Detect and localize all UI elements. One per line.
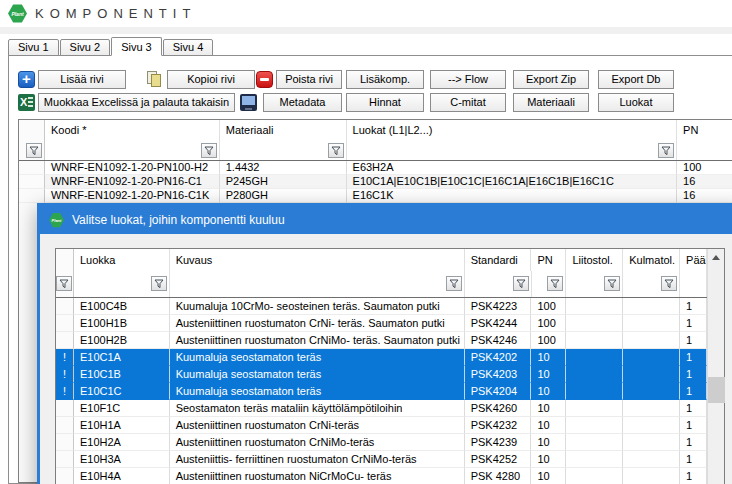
selected-row-marker: ! [56, 383, 74, 400]
tab-sivu-2[interactable]: Sivu 2 [60, 39, 111, 56]
tab-sivu-1[interactable]: Sivu 1 [8, 39, 59, 56]
copy-row-icon[interactable] [146, 71, 163, 88]
list-item-selected[interactable]: ! E10C1B Kuumaluja seostamaton teräs PSK… [56, 366, 707, 383]
cell-luokat: E63H2A [347, 161, 678, 175]
cell-standardi: PSK4244 [465, 315, 532, 332]
material-button[interactable]: Materiaali [513, 93, 589, 112]
cell-paa: 1 [680, 332, 707, 349]
metadata-monitor-icon[interactable] [240, 94, 257, 111]
header-koodi[interactable]: Koodi * [45, 120, 220, 141]
filter-pn[interactable] [532, 271, 567, 297]
copy-sheet-front [151, 74, 161, 87]
tab-sivu-3[interactable]: Sivu 3 [111, 37, 162, 56]
cell-materiaali: P280GH [220, 189, 347, 203]
cell-paa: 1 [680, 451, 707, 468]
filter-kulmatol[interactable] [623, 271, 680, 297]
list-item[interactable]: E100H2B Austeniittinen ruostumaton CrNiM… [56, 332, 707, 349]
cell-pn: 10 [531, 383, 566, 400]
list-item[interactable]: E100H1B Austeniittinen ruostumaton CrNi-… [56, 315, 707, 332]
categories-button[interactable]: Luokat [598, 93, 674, 112]
cell-luokka: E100C4B [74, 298, 170, 315]
filter-icon[interactable] [151, 276, 167, 291]
header-kulmatol[interactable]: Kulmatol. [623, 249, 680, 271]
header-pn[interactable]: PN [677, 120, 732, 141]
cell-kuvaus: Austeniittinen ruostumaton CrNiMo-teräs [170, 434, 465, 451]
filter-luokat[interactable] [347, 141, 678, 160]
scroll-up-icon[interactable] [708, 249, 724, 266]
table-row[interactable]: WNRF-EN1092-1-20-PN16-C1 P245GH E10C1A|E… [19, 175, 732, 189]
prices-button[interactable]: Hinnat [346, 93, 424, 112]
edit-in-excel-button[interactable]: Muokkaa Excelissä ja palauta takaisin [38, 93, 235, 112]
cell-kuvaus: Austeniittinen ruostumaton CrNi-teräs [170, 417, 465, 434]
delete-row-button[interactable]: Poista rivi [276, 70, 342, 89]
header-pn[interactable]: PN [531, 249, 566, 271]
tab-sivu-4[interactable]: Sivu 4 [163, 39, 214, 56]
metadata-button[interactable]: Metadata [263, 93, 342, 112]
cell-liitostol [566, 366, 623, 383]
filter-icon[interactable] [547, 276, 563, 291]
cell-luokat: E16C1K [347, 189, 678, 203]
list-item[interactable]: E10H1A Austeniittinen ruostumaton CrNi-t… [56, 417, 707, 434]
categories-grid: Luokka Kuvaus Standardi PN Liitostol. Ku… [55, 248, 725, 484]
filter-luokka[interactable] [74, 271, 170, 297]
filter-koodi[interactable] [45, 141, 220, 160]
cell-kuvaus: Austeniittinen ruostumaton CrNi- teräs. … [170, 315, 465, 332]
list-item[interactable]: E100C4B Kuumaluja 10CrMo- seosteinen ter… [56, 298, 707, 315]
cell-kuvaus: Kuumaluja seostamaton teräs [170, 383, 465, 400]
cell-paa: 1 [680, 417, 707, 434]
cell-paa: 1 [680, 349, 707, 366]
c-dimensions-button[interactable]: C-mitat [430, 93, 506, 112]
table-row[interactable]: WNRF-EN1092-1-20-PN16-C1K P280GH E16C1K … [19, 189, 732, 203]
extra-component-button[interactable]: Lisäkomp. [346, 70, 424, 89]
filter-icon[interactable] [201, 143, 217, 158]
list-item-selected[interactable]: ! E10C1A Kuumaluja seostamaton teräs PSK… [56, 349, 707, 366]
delete-row-icon[interactable] [256, 71, 273, 88]
header-kuvaus[interactable]: Kuvaus [170, 249, 465, 271]
filter-pn[interactable] [677, 141, 732, 160]
cell-kuvaus: Seostamaton teräs mataliin käyttölämpöti… [170, 400, 465, 417]
monitor-base [245, 108, 252, 110]
cell-standardi: PSK4204 [465, 383, 532, 400]
header-liitostol[interactable]: Liitostol. [566, 249, 623, 271]
filter-materiaali[interactable] [220, 141, 347, 160]
add-row-icon[interactable]: + [18, 71, 35, 88]
filter-icon[interactable] [661, 276, 677, 291]
scrollbar-thumb[interactable] [708, 377, 725, 403]
filter-icon[interactable] [56, 276, 72, 291]
export-zip-button[interactable]: Export Zip [513, 70, 589, 89]
cell-pn: 10 [531, 468, 566, 484]
filter-icon[interactable] [328, 143, 344, 158]
add-row-button[interactable]: Lisää rivi [38, 70, 126, 89]
dialog-titlebar[interactable]: Plant Valitse luokat, joihin komponentti… [40, 206, 732, 234]
cell-standardi: PSK4252 [465, 451, 532, 468]
list-item[interactable]: E10H4A Austeniittinen ruostumaton NiCrMo… [56, 468, 707, 484]
list-item[interactable]: E10H2A Austeniittinen ruostumaton CrNiMo… [56, 434, 707, 451]
table-row[interactable]: WNRF-EN1092-1-20-PN100-H2 1.4432 E63H2A … [19, 161, 732, 175]
list-item[interactable]: E10F1C Seostamaton teräs mataliin käyttö… [56, 400, 707, 417]
header-materiaali[interactable]: Materiaali [220, 120, 347, 141]
cell-luokka: E10H3A [74, 451, 170, 468]
filter-paa[interactable] [680, 271, 707, 297]
cell-kulmatol [623, 468, 680, 484]
filter-icon[interactable] [513, 276, 529, 291]
filter-standardi[interactable] [465, 271, 532, 297]
excel-icon[interactable]: X [18, 94, 35, 111]
header-paa[interactable]: Pääi [680, 249, 707, 271]
copy-row-button[interactable]: Kopioi rivi [167, 70, 255, 89]
header-standardi[interactable]: Standardi [465, 249, 532, 271]
header-luokka[interactable]: Luokka [74, 249, 170, 271]
export-db-button[interactable]: Export Db [598, 70, 674, 89]
list-item-selected[interactable]: ! E10C1C Kuumaluja seostamaton teräs PSK… [56, 383, 707, 400]
vertical-scrollbar[interactable] [707, 249, 724, 484]
filter-icon[interactable] [604, 276, 620, 291]
cell-liitostol [566, 434, 623, 451]
filter-icon[interactable] [446, 276, 462, 291]
header-luokat[interactable]: Luokat (L1|L2...) [347, 120, 678, 141]
filter-icon[interactable] [26, 143, 42, 158]
filter-liitostol[interactable] [566, 271, 623, 297]
list-item[interactable]: E10H3A Austeniittis- ferriittinen ruostu… [56, 451, 707, 468]
flow-button[interactable]: --> Flow [430, 70, 506, 89]
filter-kuvaus[interactable] [170, 271, 465, 297]
cell-paa: 1 [680, 383, 707, 400]
filter-icon[interactable] [658, 143, 674, 158]
